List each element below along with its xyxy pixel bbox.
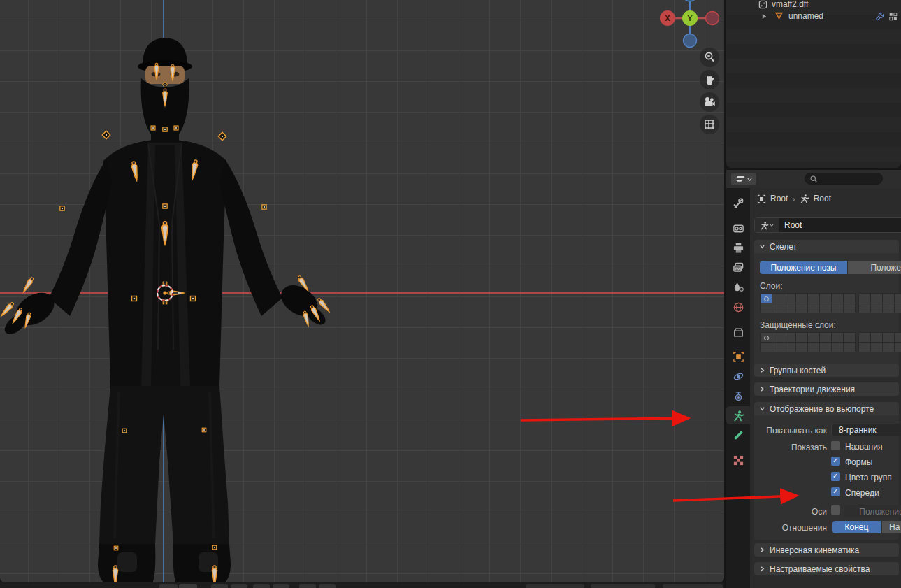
panel-ik-header[interactable]: Инверсная кинематика — [754, 543, 899, 557]
tab-output[interactable] — [726, 238, 750, 257]
gizmo-x-label: X — [665, 14, 670, 22]
relations-tail-button[interactable]: Конец — [832, 521, 881, 533]
outliner[interactable]: vmaff2.dff unnamed — [726, 0, 901, 168]
properties-header — [726, 170, 901, 188]
tab-world[interactable] — [726, 298, 750, 316]
axes-position-button[interactable]: Положение — [844, 505, 901, 517]
blender-window: { "colors":{"accent_blue":"#4772b3","bon… — [0, 0, 901, 588]
panel-bone-groups-header[interactable]: Группы костей — [754, 364, 899, 377]
outliner-object-label: unnamed — [788, 11, 823, 21]
tab-tool[interactable] — [726, 194, 750, 212]
layers-grid-right[interactable] — [858, 293, 901, 313]
properties-main: Root › Root Root Скелет Положение позы П… — [750, 188, 901, 588]
dff-clump-icon — [774, 11, 784, 21]
properties-tab-strip — [726, 188, 750, 588]
start-frame-field[interactable] — [591, 584, 655, 588]
wrench-icon[interactable] — [875, 12, 885, 22]
breadcrumb-separator: › — [792, 194, 795, 204]
armature-icon — [760, 221, 769, 230]
gizmo-y-label: Y — [687, 14, 693, 22]
breadcrumb-data[interactable]: Root — [814, 194, 831, 203]
search-input[interactable] — [805, 173, 883, 185]
pose-position-button[interactable]: Положение позы — [760, 261, 847, 274]
panel-custom-props-title: Настраиваемые свойства — [770, 564, 870, 574]
tab-view-layer[interactable] — [726, 258, 750, 276]
shapes-checkbox-label[interactable]: Формы — [845, 457, 872, 467]
properties-editor[interactable]: Root › Root Root Скелет Положение позы П… — [726, 170, 901, 588]
shapes-checkbox[interactable] — [831, 457, 840, 466]
jump-end-button[interactable] — [319, 584, 336, 588]
chevron-right-icon — [759, 566, 765, 572]
tab-bone[interactable] — [726, 426, 750, 444]
names-checkbox-label[interactable]: Названия — [845, 442, 882, 452]
chevron-down-icon — [759, 406, 765, 412]
end-frame-field[interactable] — [663, 584, 723, 588]
gizmo-z-ball — [683, 0, 697, 1]
grid-icon[interactable] — [700, 115, 719, 134]
layers-label: Слои: — [760, 281, 783, 291]
camera-icon[interactable] — [700, 92, 719, 112]
tab-render[interactable] — [726, 219, 750, 237]
zoom-icon[interactable] — [700, 48, 719, 67]
tab-constraints[interactable] — [726, 387, 750, 405]
editor-type-button[interactable] — [731, 173, 756, 185]
next-key-button[interactable] — [299, 584, 316, 588]
disclosure-arrow-icon[interactable] — [761, 13, 767, 20]
breadcrumb-object[interactable]: Root — [770, 194, 788, 203]
tab-scene[interactable] — [726, 278, 750, 296]
play-button[interactable] — [273, 584, 289, 588]
panel-motion-paths-header[interactable]: Траектории движения — [754, 382, 899, 396]
id-type-selector[interactable] — [755, 218, 779, 232]
3d-viewport[interactable]: X Y — [0, 0, 724, 582]
armature-name-value: Root — [784, 220, 802, 230]
frame-field[interactable] — [526, 584, 584, 588]
panel-viewport-display-title: Отображение во вьюпорте — [770, 404, 874, 414]
breadcrumb: Root › Root — [750, 192, 901, 205]
rest-position-button[interactable]: Положен — [848, 261, 901, 274]
names-checkbox[interactable] — [831, 441, 840, 450]
timeline-mode-button2[interactable] — [179, 584, 197, 588]
group-colors-checkbox-label[interactable]: Цвета групп — [845, 473, 892, 482]
timeline-mode-button[interactable] — [159, 584, 178, 588]
relations-label: Отношения — [750, 523, 827, 533]
axes-checkbox[interactable] — [831, 505, 840, 515]
panel-ik-title: Инверсная кинематика — [770, 545, 859, 555]
modifier-icon[interactable] — [888, 12, 898, 22]
panel-bone-groups-title: Группы костей — [770, 366, 826, 375]
show-label: Показать — [750, 443, 827, 452]
timeline-strip[interactable] — [0, 582, 724, 588]
object-icon — [757, 194, 766, 203]
group-colors-checkbox[interactable] — [831, 472, 840, 481]
outliner-row-object[interactable]: unnamed — [726, 9, 901, 23]
relations-head-button[interactable]: На — [882, 521, 901, 533]
protected-layers-grid[interactable] — [760, 332, 856, 352]
tab-object-data[interactable] — [726, 406, 750, 424]
in-front-checkbox[interactable] — [831, 487, 840, 496]
panel-viewport-display-header[interactable]: Отображение во вьюпорте — [754, 402, 899, 415]
panel-skeleton-title: Скелет — [770, 242, 797, 252]
protected-layers-grid-right[interactable] — [858, 332, 901, 352]
panel-custom-props-header[interactable]: Настраиваемые свойства — [754, 562, 899, 575]
tab-physics[interactable] — [726, 367, 750, 385]
chevron-down-icon — [759, 243, 765, 250]
tab-object[interactable] — [726, 347, 750, 366]
layers-grid[interactable] — [760, 293, 856, 313]
hand-icon[interactable] — [700, 70, 719, 89]
armature-name-field[interactable]: Root — [754, 217, 901, 233]
panel-skeleton-header[interactable]: Скелет — [754, 240, 899, 253]
navigation-gizmo[interactable]: X Y — [656, 0, 724, 55]
panel-motion-paths-title: Траектории движения — [770, 385, 855, 394]
prev-key-button[interactable] — [231, 584, 247, 588]
chevron-down-icon — [770, 223, 774, 227]
play-reverse-button[interactable] — [253, 584, 270, 588]
armature-icon — [800, 194, 809, 203]
mesh-data-icon — [758, 0, 767, 9]
chevron-right-icon — [759, 386, 765, 392]
properties-editor-icon — [736, 174, 746, 184]
in-front-checkbox-label[interactable]: Спереди — [845, 488, 879, 498]
tab-texture[interactable] — [726, 451, 750, 469]
display-as-dropdown[interactable]: 8-гранник — [831, 424, 901, 436]
jump-start-button[interactable] — [211, 584, 228, 588]
viewport-tools — [700, 48, 719, 134]
tab-collection[interactable] — [726, 323, 750, 341]
